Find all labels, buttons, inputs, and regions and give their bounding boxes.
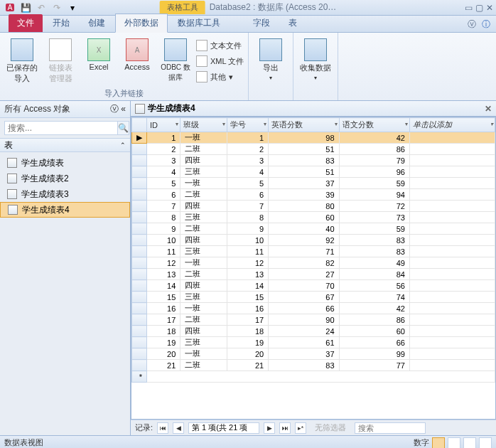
recnav-next[interactable]: ▶ (264, 422, 275, 434)
cell-chinese[interactable]: 86 (339, 314, 409, 326)
nav-item-2[interactable]: 学生成绩表3 (0, 186, 130, 202)
table-row[interactable]: ▶1一班19842 (132, 132, 495, 144)
btn-xml-file[interactable]: XML 文件 (196, 54, 244, 68)
row-selector[interactable] (132, 269, 147, 280)
cell-class[interactable]: 一班 (180, 178, 227, 189)
cell-add[interactable] (409, 360, 495, 371)
cell-sno[interactable]: 20 (227, 348, 268, 360)
table-row[interactable]: 3四班38379 (132, 155, 495, 166)
cell-add[interactable] (409, 257, 495, 269)
cell-id[interactable]: 10 (147, 235, 180, 246)
cell-english[interactable]: 98 (269, 132, 339, 144)
cell-sno[interactable]: 5 (227, 178, 268, 189)
collapse-section-icon[interactable]: ⌃ (120, 142, 126, 149)
row-selector[interactable] (132, 280, 147, 292)
cell-english[interactable]: 61 (269, 337, 339, 348)
cell-chinese[interactable]: 72 (339, 201, 409, 212)
cell-english[interactable]: 24 (269, 326, 339, 337)
cell-id[interactable]: 8 (147, 212, 180, 223)
save-icon[interactable]: 💾 (18, 1, 33, 14)
cell-english[interactable]: 51 (269, 144, 339, 155)
cell-chinese[interactable]: 73 (339, 212, 409, 223)
row-selector[interactable] (132, 201, 147, 212)
cell-chinese[interactable]: 84 (339, 269, 409, 280)
column-dropdown-icon[interactable]: ▾ (335, 121, 338, 127)
recnav-prev[interactable]: ◀ (173, 422, 184, 434)
row-selector[interactable] (132, 326, 147, 337)
cell-id[interactable]: 7 (147, 201, 180, 212)
cell-class[interactable]: 一班 (180, 348, 227, 360)
btn-collect-data[interactable]: 收集数据▾ (298, 36, 333, 97)
cell-class[interactable]: 一班 (180, 132, 227, 144)
cell-chinese[interactable]: 60 (339, 326, 409, 337)
row-selector[interactable] (132, 292, 147, 303)
cell-id[interactable]: 9 (147, 223, 180, 235)
cell-sno[interactable]: 21 (227, 360, 268, 371)
cell-chinese[interactable]: 96 (339, 166, 409, 178)
undo-icon[interactable]: ↶ (34, 1, 48, 14)
cell-chinese[interactable]: 42 (339, 132, 409, 144)
row-selector[interactable] (132, 235, 147, 246)
cell-id[interactable]: 16 (147, 303, 180, 314)
table-row[interactable]: 5一班53759 (132, 178, 495, 189)
table-row[interactable]: 11三班117183 (132, 246, 495, 257)
tab-home[interactable]: 开始 (44, 14, 78, 32)
column-header-1[interactable]: 班级▾ (180, 118, 227, 132)
table-row[interactable]: 17二班179086 (132, 314, 495, 326)
btn-other[interactable]: 其他 ▾ (196, 70, 244, 84)
table-row[interactable]: 10四班109283 (132, 235, 495, 246)
row-selector[interactable] (132, 189, 147, 201)
maximize-icon[interactable]: ▢ (475, 3, 483, 13)
cell-add[interactable] (409, 314, 495, 326)
view-design[interactable] (479, 437, 492, 449)
nav-item-1[interactable]: 学生成绩表2 (0, 171, 130, 186)
cell-sno[interactable]: 9 (227, 223, 268, 235)
cell-chinese[interactable]: 49 (339, 257, 409, 269)
cell-add[interactable] (409, 269, 495, 280)
cell-class[interactable]: 一班 (180, 257, 227, 269)
app-icon[interactable]: A (3, 1, 17, 14)
cell-sno[interactable]: 4 (227, 166, 268, 178)
table-row[interactable]: 21二班218377 (132, 360, 495, 371)
row-selector[interactable] (132, 360, 147, 371)
cell-add[interactable] (409, 280, 495, 292)
recnav-new[interactable]: ▸* (295, 422, 306, 434)
cell-id[interactable]: 15 (147, 292, 180, 303)
recnav-position[interactable] (188, 422, 259, 434)
cell-chinese[interactable]: 56 (339, 280, 409, 292)
table-row[interactable]: 19三班196166 (132, 337, 495, 348)
cell-id[interactable]: 3 (147, 155, 180, 166)
cell-english[interactable]: 71 (269, 246, 339, 257)
cell-add[interactable] (409, 155, 495, 166)
cell-english[interactable]: 83 (269, 155, 339, 166)
cell-id[interactable]: 21 (147, 360, 180, 371)
tab-table[interactable]: 表 (280, 14, 306, 32)
cell-chinese[interactable]: 83 (339, 246, 409, 257)
cell-id[interactable]: 1 (147, 132, 180, 144)
search-input[interactable] (4, 121, 118, 135)
cell-sno[interactable]: 10 (227, 235, 268, 246)
btn-export[interactable]: 导出▾ (253, 36, 289, 97)
cell-class[interactable]: 四班 (180, 326, 227, 337)
column-dropdown-icon[interactable]: ▾ (176, 121, 178, 127)
cell-english[interactable]: 70 (269, 280, 339, 292)
new-row-selector[interactable]: * (132, 371, 147, 383)
row-selector[interactable] (132, 303, 147, 314)
cell-id[interactable]: 6 (147, 189, 180, 201)
cell-add[interactable] (409, 337, 495, 348)
table-row[interactable]: 12一班128249 (132, 257, 495, 269)
cell-add[interactable] (409, 166, 495, 178)
column-header-2[interactable]: 学号▾ (227, 118, 268, 132)
new-row[interactable]: * (132, 371, 495, 383)
cell-chinese[interactable]: 83 (339, 235, 409, 246)
cell-id[interactable]: 14 (147, 280, 180, 292)
btn-access[interactable]: AAccess (119, 36, 155, 87)
redo-icon[interactable]: ↷ (50, 1, 64, 14)
cell-add[interactable] (409, 189, 495, 201)
column-header-5[interactable]: 单击以添加▾ (409, 118, 495, 132)
row-selector[interactable] (132, 212, 147, 223)
table-row[interactable]: 13二班132784 (132, 269, 495, 280)
cell-class[interactable]: 二班 (180, 269, 227, 280)
cell-id[interactable]: 2 (147, 144, 180, 155)
table-row[interactable]: 15三班156774 (132, 292, 495, 303)
